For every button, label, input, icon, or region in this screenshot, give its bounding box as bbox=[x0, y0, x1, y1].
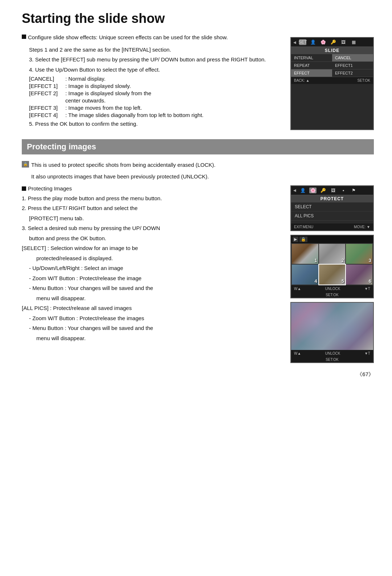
slide-step-intro: Steps 1 and 2 are the same as for the [I… bbox=[29, 46, 283, 54]
protect-step3: 3. Select a desired sub menu by pressing… bbox=[22, 224, 283, 233]
protect-step3b: button and press the OK button. bbox=[29, 234, 283, 243]
camera-back-label: BACK: ▲ bbox=[294, 78, 310, 82]
section-heading-protect: Protecting images bbox=[22, 139, 374, 154]
protecting-section: Protecting Images 1. Press the play mode… bbox=[22, 185, 374, 363]
protecting-bullet-label: Protecting Images bbox=[28, 185, 72, 192]
page-number: 《67》 bbox=[22, 370, 374, 379]
effect-3-desc: : Image moves from the top left. bbox=[65, 105, 283, 111]
grid-setok-label: SET:OK bbox=[326, 293, 339, 297]
protect-select-item: SELECT bbox=[291, 202, 373, 212]
protect-allpics-desc: [ALL PICS] : Protect/release all saved i… bbox=[22, 304, 283, 313]
bullet-protecting: Protecting Images bbox=[22, 185, 283, 192]
effect-2-cont: center outwards. bbox=[29, 97, 283, 104]
image-grid-box: ▶ 🔒 1 2 3 4 5 6 bbox=[290, 235, 374, 298]
protect-step2b: [PROTECT] menu tab. bbox=[29, 214, 283, 223]
protecting-text-block: Protecting Images 1. Press the play mode… bbox=[22, 185, 283, 363]
protect-menu-btn: - Menu Button : Your changes will be sav… bbox=[29, 284, 283, 293]
camera-topbar: ◀ SET 👤 🌸 🔑 🖼 ▦ bbox=[291, 38, 373, 47]
slide-step4: 4. Use the Up/Down Button to select the … bbox=[29, 66, 283, 74]
effect-4: [EFFECT 4] : The image slides diagonally… bbox=[29, 112, 283, 118]
slide-show-section: Configure slide show effects: Unique scr… bbox=[22, 33, 374, 130]
cam-key-icon2: 🔑 bbox=[319, 188, 327, 193]
grid-cell-2: 2 bbox=[319, 244, 346, 264]
cell-cancel: CANCEL bbox=[332, 54, 373, 61]
cam-left-arrow: ◀ bbox=[293, 40, 296, 44]
single-image-overlay bbox=[291, 303, 373, 350]
grid-cell-1: 1 bbox=[292, 244, 318, 264]
single-t-label: ▼T bbox=[364, 351, 370, 355]
effects-table: [CANCEL] : Normal display. [EFFECT 1] : … bbox=[29, 76, 283, 118]
effect-3: [EFFECT 3] : Image moves from the top le… bbox=[29, 105, 283, 111]
single-setok-label: SET:OK bbox=[326, 358, 339, 362]
cam-grid-icon: ▦ bbox=[350, 39, 357, 45]
effect-4-desc: : The image slides diagonally from top l… bbox=[65, 112, 283, 118]
bullet-line-1: Configure slide show effects: Unique scr… bbox=[22, 33, 283, 44]
protect-ud-lr: - Up/Down/Left/Right : Select an image bbox=[29, 264, 283, 273]
single-image bbox=[291, 303, 373, 350]
single-image-box: W▲ UNLOCK ▼T SET:OK bbox=[290, 302, 374, 363]
protect-intro-text2: It also unprotects images that have been… bbox=[31, 173, 374, 181]
cell-repeat: REPEAT bbox=[291, 62, 332, 69]
protect-allpics-menu2: menu will disappear. bbox=[36, 334, 283, 343]
cam-key-icon: 🔑 bbox=[330, 39, 337, 45]
cell-num-4: 4 bbox=[314, 278, 317, 284]
bullet-icon bbox=[22, 35, 26, 39]
bullet-icon-2 bbox=[22, 186, 26, 191]
grid-setok: SET:OK bbox=[291, 292, 373, 298]
camera-set-label: SET:OK bbox=[357, 78, 370, 82]
cam-person-icon2: 👤 bbox=[299, 188, 306, 193]
grid-t-label: ▼T bbox=[364, 287, 370, 291]
effect-cancel: [CANCEL] : Normal display. bbox=[29, 76, 283, 82]
slide-camera-ui: ◀ SET 👤 🌸 🔑 🖼 ▦ SLIDE INTERVAL CANCEL RE… bbox=[290, 37, 374, 130]
cam-person-icon: 👤 bbox=[309, 39, 317, 45]
slide-step3: 3. Select the [EFFECT] sub menu by press… bbox=[29, 56, 283, 64]
single-unlock-label: UNLOCK bbox=[325, 351, 340, 355]
camera-row-effect: EFFECT EFFECT2 bbox=[291, 69, 373, 77]
cam-flower-icon2: 🌸 bbox=[309, 188, 317, 193]
effect-1-label: [EFFECT 1] bbox=[29, 83, 62, 89]
cam-gallery-icon: 🖼 bbox=[340, 39, 347, 45]
protect-icon-symbol: 🔒 bbox=[22, 161, 29, 168]
cell-effect1: EFFECT1 bbox=[332, 62, 373, 69]
lock-icon: 🔒 bbox=[299, 237, 307, 242]
single-w-label: W▲ bbox=[294, 351, 301, 355]
cam-gallery-icon2: 🖼 bbox=[330, 188, 337, 193]
effect-cancel-label: [CANCEL] bbox=[29, 76, 62, 82]
cell-num-5: 5 bbox=[342, 278, 344, 284]
cell-num-3: 3 bbox=[369, 258, 371, 263]
protect-allpics-menu: - Menu Button : Your changes will be sav… bbox=[29, 324, 283, 333]
single-setok: SET:OK bbox=[291, 357, 373, 362]
cell-effect: EFFECT bbox=[291, 69, 332, 77]
grid-footer: W▲ UNLOCK ▼T bbox=[291, 285, 373, 292]
cam-flower-icon: 🌸 bbox=[319, 39, 327, 45]
camera-bottom-bar: BACK: ▲ SET:OK bbox=[291, 77, 373, 84]
cell-effect2: EFFECT2 bbox=[332, 69, 373, 77]
cell-num-1: 1 bbox=[314, 258, 317, 263]
effect-4-label: [EFFECT 4] bbox=[29, 112, 62, 118]
page-title: Starting the slide show bbox=[22, 11, 374, 26]
protect-intro-text1: This is used to protect specific shots f… bbox=[31, 161, 216, 169]
single-footer: W▲ UNLOCK ▼T bbox=[291, 350, 373, 357]
protect-menu-title: PROTECT bbox=[291, 195, 373, 202]
camera-row-interval: INTERVAL CANCEL bbox=[291, 54, 373, 62]
slide-step5: 5. Press the OK button to confirm the se… bbox=[29, 120, 283, 128]
protect-zoom-wt: - Zoom W/T Button : Protect/release the … bbox=[29, 274, 283, 283]
grid-cell-6: 6 bbox=[346, 265, 372, 285]
move-label: MOVE: ▼ bbox=[354, 225, 370, 229]
slide-show-text: Configure slide show effects: Unique scr… bbox=[22, 33, 283, 130]
effect-cancel-desc: : Normal display. bbox=[65, 76, 283, 82]
grid-cell-3: 3 bbox=[346, 244, 372, 264]
grid-unlock-label: UNLOCK bbox=[325, 287, 340, 291]
effect-2-cont-label bbox=[29, 97, 62, 104]
camera-ui-slide-title: SLIDE bbox=[291, 47, 373, 54]
protect-select-desc2: protected/released is displayed. bbox=[36, 254, 283, 263]
protect-select-desc: [SELECT] : Selection window for an image… bbox=[22, 244, 283, 253]
cam-set-icon: SET bbox=[299, 39, 306, 45]
cell-num-6: 6 bbox=[369, 278, 371, 284]
cell-num-2: 2 bbox=[342, 258, 344, 263]
grid-cell-5: 5 bbox=[319, 265, 346, 285]
protect-menu-box: ◀ 👤 🌸 🔑 🖼 ▪ ⚑ PROTECT SELECT ALL PICS EX… bbox=[290, 185, 374, 231]
protect-topbar: ◀ 👤 🌸 🔑 🖼 ▪ ⚑ bbox=[291, 186, 373, 195]
cam-flag-icon: ⚑ bbox=[350, 188, 357, 193]
protecting-right-col: ◀ 👤 🌸 🔑 🖼 ▪ ⚑ PROTECT SELECT ALL PICS EX… bbox=[290, 185, 374, 363]
